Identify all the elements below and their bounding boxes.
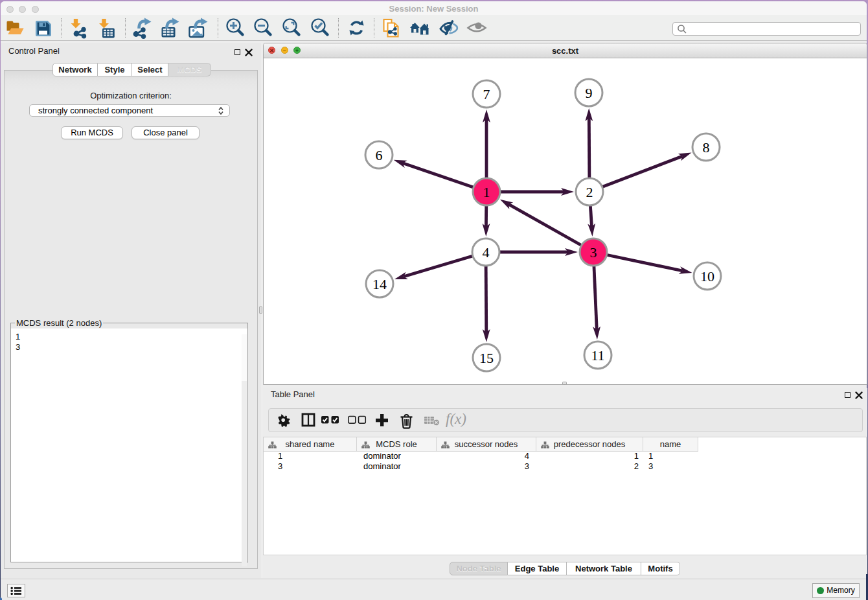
svg-text:15: 15 — [479, 350, 494, 366]
svg-text:11: 11 — [591, 347, 604, 363]
svg-text:8: 8 — [703, 139, 710, 156]
svg-text:9: 9 — [586, 85, 593, 101]
svg-text:7: 7 — [483, 86, 490, 102]
svg-text:4: 4 — [483, 244, 490, 260]
svg-text:3: 3 — [590, 244, 597, 260]
svg-text:2: 2 — [586, 184, 593, 200]
svg-text:14: 14 — [372, 276, 387, 292]
svg-text:6: 6 — [376, 147, 383, 163]
svg-text:1: 1 — [483, 184, 490, 200]
svg-text:10: 10 — [700, 268, 714, 284]
